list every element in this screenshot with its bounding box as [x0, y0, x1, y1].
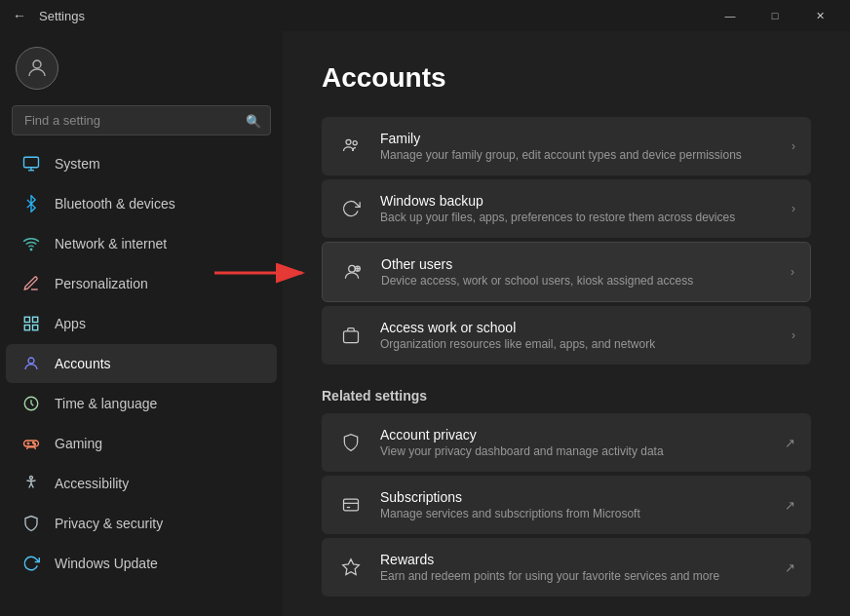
accounts-icon — [21, 354, 41, 373]
sidebar-user — [0, 31, 283, 101]
account-privacy-title: Account privacy — [380, 427, 769, 443]
windows-backup-icon — [337, 195, 365, 222]
update-icon — [21, 554, 41, 573]
minimize-icon: — — [725, 10, 736, 21]
sidebar-item-label: Bluetooth & devices — [55, 196, 175, 212]
svg-point-0 — [33, 60, 41, 68]
close-icon: ✕ — [816, 10, 825, 22]
sidebar-item-accessibility[interactable]: Accessibility — [6, 464, 277, 503]
rewards-title: Rewards — [380, 552, 769, 567]
search-input[interactable] — [12, 105, 271, 135]
back-icon: ← — [13, 8, 26, 23]
svg-point-18 — [353, 141, 357, 145]
access-work-desc: Organization resources like email, apps,… — [380, 337, 776, 351]
svg-rect-6 — [33, 317, 38, 322]
subscriptions-text: Subscriptions Manage services and subscr… — [380, 489, 769, 520]
other-users-title: Other users — [381, 256, 775, 272]
gaming-icon — [21, 434, 41, 453]
account-privacy-icon — [337, 429, 365, 456]
subscriptions-title: Subscriptions — [380, 489, 769, 505]
windows-backup-text: Windows backup Back up your files, apps,… — [380, 193, 776, 224]
related-item-subscriptions[interactable]: Subscriptions Manage services and subscr… — [322, 476, 811, 534]
svg-point-14 — [34, 443, 36, 445]
chevron-right-icon: › — [791, 265, 794, 279]
access-work-title: Access work or school — [380, 320, 776, 335]
sidebar-item-label: Accounts — [55, 356, 111, 371]
sidebar-item-label: Accessibility — [55, 476, 129, 491]
svg-rect-7 — [33, 326, 38, 330]
sidebar-item-label: Time & language — [55, 396, 157, 411]
related-settings-label: Related settings — [322, 388, 811, 404]
sidebar-item-accounts[interactable]: Accounts — [6, 344, 277, 383]
sidebar-item-privacy[interactable]: Privacy & security — [6, 504, 277, 543]
main-layout: 🔍 System Bluetooth & devices Network & i… — [0, 31, 850, 616]
search-container: 🔍 — [12, 105, 271, 135]
sidebar-item-update[interactable]: Windows Update — [6, 544, 277, 583]
rewards-text: Rewards Earn and redeem points for using… — [380, 552, 769, 583]
accessibility-icon — [21, 474, 41, 493]
svg-rect-15 — [24, 441, 39, 446]
apps-icon — [21, 314, 41, 333]
settings-item-windows-backup[interactable]: Windows backup Back up your files, apps,… — [322, 179, 811, 238]
other-users-icon — [338, 258, 366, 286]
personalization-icon — [21, 274, 41, 293]
family-desc: Manage your family group, edit account t… — [380, 148, 776, 162]
family-icon — [337, 133, 365, 160]
settings-item-access-work[interactable]: Access work or school Organization resou… — [322, 306, 811, 365]
sidebar-item-label: System — [55, 156, 100, 172]
sidebar-item-gaming[interactable]: Gaming — [6, 424, 277, 463]
related-item-account-privacy[interactable]: Account privacy View your privacy dashbo… — [322, 413, 811, 472]
minimize-button[interactable]: — — [708, 0, 753, 31]
sidebar-nav: System Bluetooth & devices Network & int… — [0, 143, 283, 584]
sidebar-item-label: Apps — [55, 316, 86, 331]
chevron-right-icon: › — [792, 139, 795, 153]
family-text: Family Manage your family group, edit ac… — [380, 131, 776, 162]
chevron-right-icon: › — [792, 328, 795, 342]
maximize-icon: □ — [772, 10, 779, 21]
windows-backup-title: Windows backup — [380, 193, 776, 209]
access-work-text: Access work or school Organization resou… — [380, 320, 776, 351]
settings-item-family[interactable]: Family Manage your family group, edit ac… — [322, 117, 811, 175]
related-item-rewards[interactable]: Rewards Earn and redeem points for using… — [322, 538, 811, 597]
privacy-icon — [21, 514, 41, 533]
back-button[interactable]: ← — [8, 4, 31, 27]
subscriptions-desc: Manage services and subscriptions from M… — [380, 507, 769, 520]
svg-rect-8 — [24, 326, 29, 330]
svg-point-16 — [30, 477, 33, 480]
close-button[interactable]: ✕ — [797, 0, 842, 31]
svg-rect-1 — [24, 157, 39, 168]
account-privacy-text: Account privacy View your privacy dashbo… — [380, 427, 769, 458]
sidebar-item-label: Windows Update — [55, 556, 158, 571]
family-title: Family — [380, 131, 776, 146]
sidebar-item-label: Personalization — [55, 276, 148, 291]
page-title: Accounts — [322, 62, 811, 94]
time-icon — [21, 394, 41, 413]
sidebar-item-label: Gaming — [55, 436, 102, 451]
account-privacy-desc: View your privacy dashboard and manage a… — [380, 444, 769, 458]
external-link-icon: ↗ — [785, 436, 795, 450]
settings-list: Family Manage your family group, edit ac… — [322, 117, 811, 365]
sidebar-item-personalization[interactable]: Personalization — [6, 264, 277, 303]
sidebar-item-bluetooth[interactable]: Bluetooth & devices — [6, 184, 277, 223]
rewards-desc: Earn and redeem points for using your fa… — [380, 569, 769, 583]
svg-rect-23 — [344, 331, 359, 343]
titlebar-left: ← Settings — [8, 4, 85, 27]
subscriptions-icon — [337, 491, 365, 519]
sidebar-item-time[interactable]: Time & language — [6, 384, 277, 423]
external-link-icon: ↗ — [785, 498, 795, 513]
svg-point-4 — [30, 249, 32, 250]
bluetooth-icon — [21, 194, 41, 213]
svg-rect-24 — [344, 499, 359, 511]
sidebar-item-apps[interactable]: Apps — [6, 304, 277, 343]
titlebar: ← Settings — □ ✕ — [0, 0, 850, 31]
titlebar-controls: — □ ✕ — [708, 0, 842, 31]
settings-item-other-users[interactable]: Other users Device access, work or schoo… — [322, 242, 811, 302]
svg-point-17 — [346, 139, 351, 144]
system-icon — [21, 154, 41, 173]
maximize-button[interactable]: □ — [753, 0, 797, 31]
sidebar-item-network[interactable]: Network & internet — [6, 224, 277, 263]
sidebar-item-system[interactable]: System — [6, 144, 277, 183]
network-icon — [21, 234, 41, 253]
rewards-icon — [337, 554, 365, 581]
avatar — [16, 47, 58, 90]
